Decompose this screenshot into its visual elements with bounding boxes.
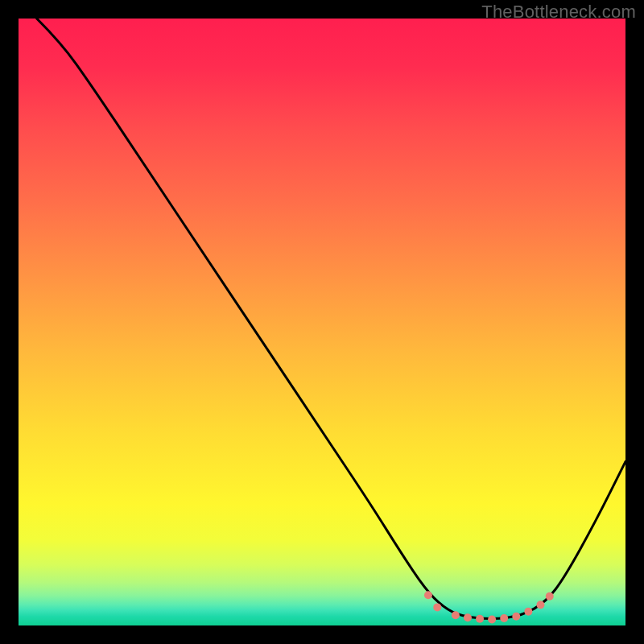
plot-area: [19, 19, 625, 625]
chart-frame: TheBottleneck.com: [0, 0, 644, 644]
bottleneck-curve: [19, 19, 625, 625]
watermark-text: TheBottleneck.com: [481, 2, 636, 23]
